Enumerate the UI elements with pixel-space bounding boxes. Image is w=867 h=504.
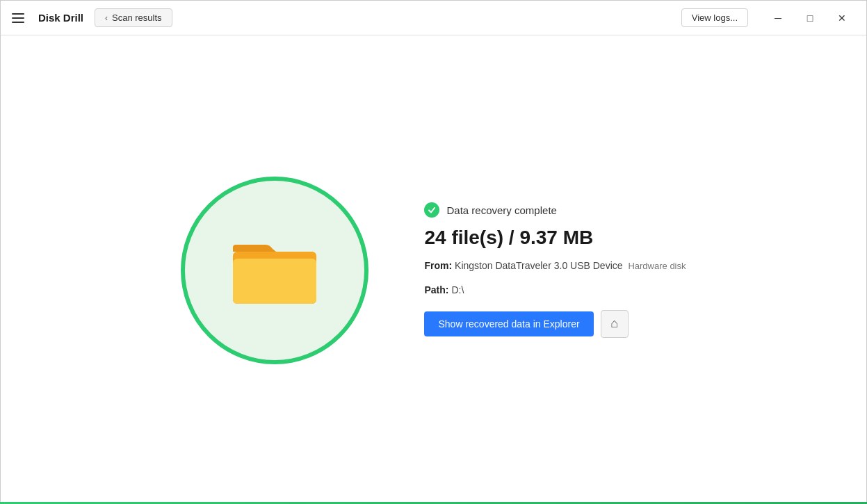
back-button-label: Scan results (112, 13, 162, 23)
home-icon: ⌂ (610, 316, 618, 331)
menu-icon[interactable] (9, 10, 27, 26)
title-bar-right: View logs... ─ □ ✕ (681, 7, 858, 29)
svg-rect-1 (233, 259, 316, 304)
app-title: Disk Drill (38, 12, 83, 24)
title-bar: Disk Drill ‹ Scan results View logs... ─… (1, 1, 866, 35)
from-value: Kingston DataTraveler 3.0 USB Device (455, 260, 622, 271)
folder-circle (181, 177, 368, 364)
folder-icon (229, 232, 320, 309)
check-icon (424, 202, 439, 218)
maximize-button[interactable]: □ (794, 7, 826, 29)
path-info-row: Path: D:\ (424, 282, 686, 298)
title-bar-left: Disk Drill ‹ Scan results (9, 8, 172, 27)
window-controls: ─ □ ✕ (762, 7, 858, 29)
home-button[interactable]: ⌂ (601, 310, 629, 338)
status-row: Data recovery complete (424, 202, 686, 218)
path-value: D:\ (451, 284, 464, 295)
back-arrow-icon: ‹ (105, 13, 108, 23)
main-content: Data recovery complete 24 file(s) / 9.37… (1, 35, 866, 504)
show-explorer-button[interactable]: Show recovered data in Explorer (424, 311, 593, 336)
status-text: Data recovery complete (446, 204, 556, 216)
action-row: Show recovered data in Explorer ⌂ (424, 310, 686, 338)
from-info-row: From: Kingston DataTraveler 3.0 USB Devi… (424, 258, 686, 274)
close-button[interactable]: ✕ (826, 7, 858, 29)
recovery-stats: 24 file(s) / 9.37 MB (424, 226, 686, 250)
from-label: From: (424, 260, 452, 271)
back-button[interactable]: ‹ Scan results (95, 8, 172, 27)
right-panel: Data recovery complete 24 file(s) / 9.37… (424, 202, 686, 338)
minimize-button[interactable]: ─ (762, 7, 794, 29)
path-label: Path: (424, 284, 448, 295)
hardware-tag: Hardware disk (628, 261, 686, 271)
view-logs-button[interactable]: View logs... (681, 8, 748, 27)
